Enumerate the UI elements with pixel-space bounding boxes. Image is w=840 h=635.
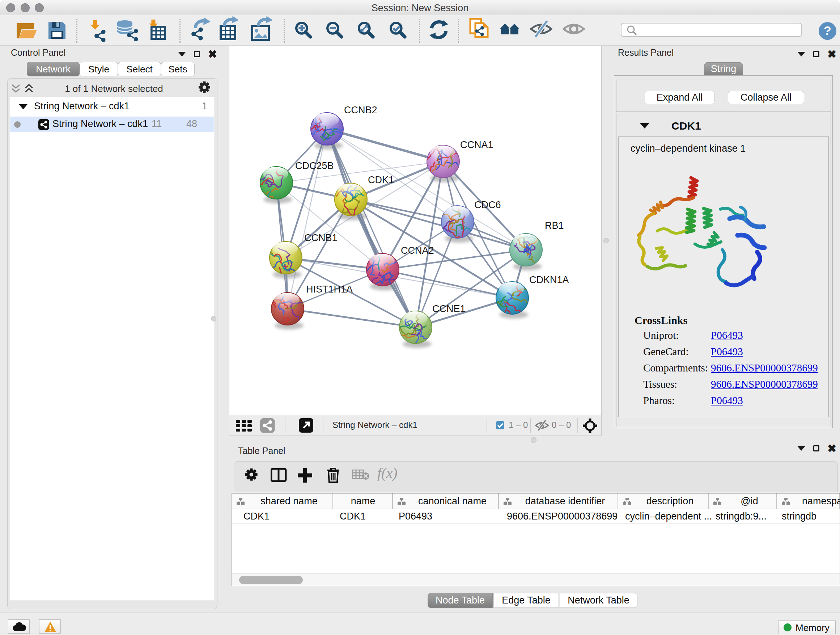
svg-text:CDC25B: CDC25B — [295, 160, 334, 171]
svg-text:HIST1H1A: HIST1H1A — [306, 284, 353, 295]
svg-text:CCNA2: CCNA2 — [401, 245, 434, 256]
svg-text:CCNA1: CCNA1 — [460, 139, 493, 150]
svg-text:CDKN1A: CDKN1A — [529, 274, 569, 285]
svg-text:CDK1: CDK1 — [368, 174, 394, 185]
svg-text:CCNB2: CCNB2 — [344, 105, 377, 116]
svg-text:CCNB1: CCNB1 — [304, 233, 338, 243]
svg-text:RB1: RB1 — [545, 220, 564, 231]
svg-text:CCNE1: CCNE1 — [432, 303, 466, 314]
svg-text:CDC6: CDC6 — [474, 200, 501, 211]
